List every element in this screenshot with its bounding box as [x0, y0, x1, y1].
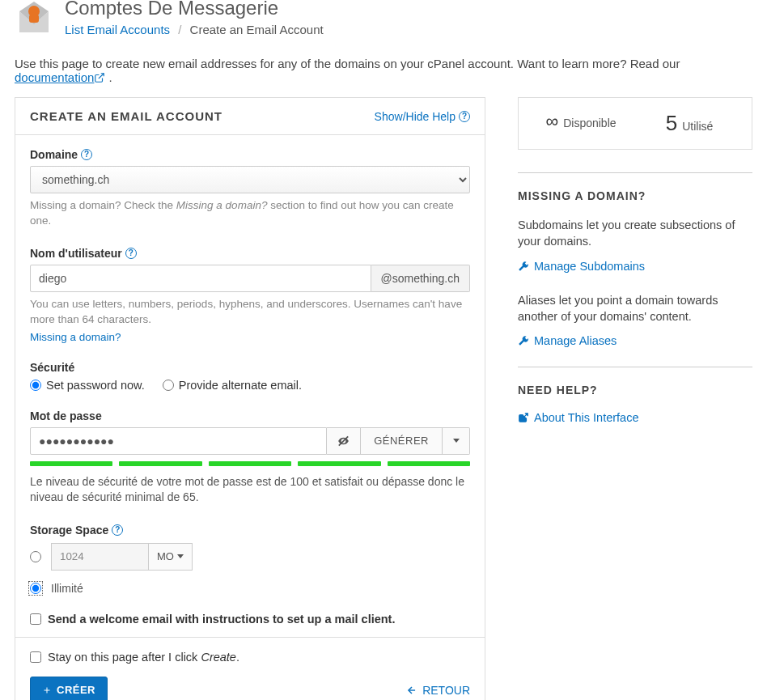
storage-size-input: [51, 543, 148, 571]
password-strength-meter: [30, 461, 470, 466]
stay-on-page-checkbox[interactable]: Stay on this page after I click Create.: [30, 651, 470, 664]
email-app-icon: [15, 0, 53, 39]
username-input[interactable]: [30, 265, 371, 292]
password-strength-text: Le niveau de sécurité de votre mot de pa…: [30, 474, 470, 506]
breadcrumb-current: Create an Email Account: [190, 23, 324, 36]
caret-down-icon: [453, 439, 460, 443]
used-count: 5: [666, 111, 677, 136]
arrow-left-icon: [406, 685, 417, 696]
username-help-text: You can use letters, numbers, periods, h…: [30, 297, 470, 328]
help-icon[interactable]: ?: [112, 524, 123, 536]
storage-label: Storage Space: [30, 524, 108, 537]
missing-domain-link[interactable]: Missing a domain?: [30, 331, 121, 343]
storage-unlimited-label: Illimité: [51, 582, 83, 595]
aliases-text: Aliases let you point a domain towards a…: [518, 292, 752, 325]
security-radio-alt[interactable]: Provide alternate email.: [163, 379, 302, 392]
toggle-password-visibility-button[interactable]: [327, 427, 361, 455]
storage-radio-unlimited[interactable]: [30, 583, 41, 594]
svg-rect-4: [29, 15, 39, 23]
username-label: Nom d'utilisateur: [30, 247, 122, 260]
eye-off-icon: [337, 433, 350, 449]
svg-line-5: [99, 74, 104, 78]
breadcrumb: List Email Accounts / Create an Email Ac…: [65, 23, 324, 36]
panel-title: CREATE AN EMAIL ACCOUNT: [30, 109, 222, 123]
subdomains-text: Subdomains let you create subsections of…: [518, 217, 752, 250]
generate-password-options-button[interactable]: [443, 427, 470, 455]
create-email-panel: CREATE AN EMAIL ACCOUNT Show/Hide Help ?…: [15, 97, 485, 700]
external-link-icon: [518, 412, 529, 423]
infinity-icon: ∞: [545, 111, 558, 132]
page-title: Comptes De Messagerie: [65, 0, 324, 19]
password-input[interactable]: [30, 427, 327, 455]
plus-icon: [42, 685, 52, 695]
intro-text: Use this page to create new email addres…: [15, 57, 752, 84]
password-label: Mot de passe: [30, 409, 102, 422]
help-icon[interactable]: ?: [81, 149, 92, 160]
domain-help-text: Missing a domain? Check the Missing a do…: [30, 198, 470, 229]
used-label: Utilisé: [682, 120, 713, 133]
wrench-icon: [518, 335, 529, 346]
domain-select[interactable]: something.ch: [30, 166, 470, 193]
stats-box: ∞ Disponible 5 Utilisé: [518, 97, 752, 150]
username-domain-addon: @something.ch: [371, 265, 470, 292]
domain-label: Domaine: [30, 148, 78, 161]
manage-subdomains-link[interactable]: Manage Subdomains: [518, 260, 752, 273]
security-label: Sécurité: [30, 361, 74, 374]
help-icon: ?: [459, 111, 470, 122]
generate-password-button[interactable]: GÉNÉRER: [361, 427, 443, 455]
toggle-help-link[interactable]: Show/Hide Help ?: [375, 110, 470, 123]
documentation-link[interactable]: documentation: [15, 70, 105, 84]
available-label: Disponible: [563, 117, 616, 129]
breadcrumb-link-list[interactable]: List Email Accounts: [65, 23, 170, 36]
about-interface-link[interactable]: About This Interface: [518, 411, 752, 424]
create-button[interactable]: CRÉER: [30, 677, 108, 700]
missing-domain-heading: MISSING A DOMAIN?: [518, 189, 752, 202]
help-icon[interactable]: ?: [125, 248, 137, 259]
back-button[interactable]: RETOUR: [406, 684, 470, 697]
wrench-icon: [518, 261, 529, 272]
welcome-email-checkbox[interactable]: Send a welcome email with instructions t…: [30, 613, 470, 626]
security-radio-now[interactable]: Set password now.: [30, 379, 145, 392]
storage-radio-limited[interactable]: [30, 551, 41, 562]
storage-unit-select[interactable]: MO: [148, 543, 193, 571]
need-help-heading: NEED HELP?: [518, 384, 752, 397]
caret-down-icon: [177, 554, 184, 558]
manage-aliases-link[interactable]: Manage Aliases: [518, 334, 752, 347]
